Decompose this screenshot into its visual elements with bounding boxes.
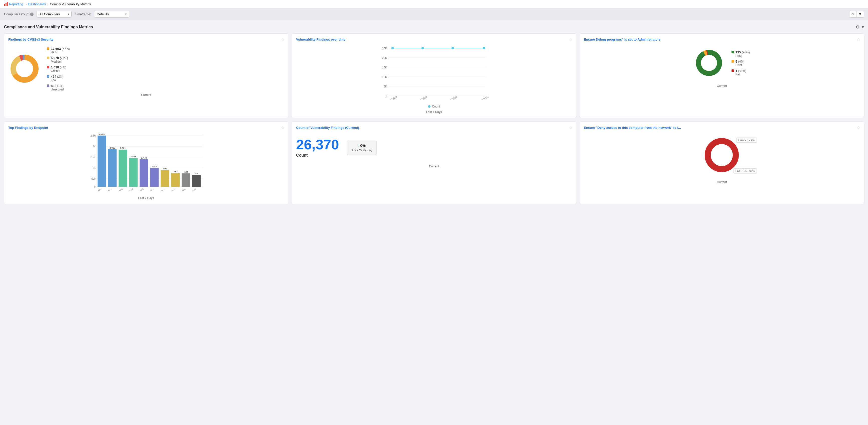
collapse-icon[interactable]: ▾ <box>862 24 864 30</box>
svg-text:0: 0 <box>386 94 387 97</box>
legend-item-high: 17,663 (67%) High <box>47 47 70 54</box>
computer-group-select-wrapper[interactable]: All Computers ▼ <box>37 11 72 18</box>
legend-dot-pass <box>732 51 734 53</box>
legend-dot-error <box>732 60 734 63</box>
main-content: Compliance and Vulnerability Findings Me… <box>0 20 868 208</box>
svg-text:724: 724 <box>184 171 188 173</box>
svg-rect-60 <box>192 175 201 187</box>
card2-title: Vulnerability Findings over time <box>296 38 572 41</box>
section-actions: ⚙ ▾ <box>856 24 864 30</box>
svg-text:5K: 5K <box>384 85 388 88</box>
section-title: Compliance and Vulnerability Findings Me… <box>4 25 93 29</box>
card5-title: Count of Vulnerability Findings (Current… <box>296 126 572 129</box>
nav-dashboards-link[interactable]: Dashboards <box>28 2 46 6</box>
legend-item-fail: 1 (<1%) Fail <box>732 69 750 76</box>
settings-icon[interactable]: ⚙ <box>856 24 860 30</box>
svg-rect-46 <box>119 150 127 187</box>
section-header: Compliance and Vulnerability Findings Me… <box>4 24 864 30</box>
filter-bar: Computer Group: i All Computers ▼ Timefr… <box>0 8 868 20</box>
legend-item-pass: 135 (96%) Pass <box>732 50 750 58</box>
card3-footer: Current <box>584 84 860 88</box>
svg-text:thrpa-...: thrpa-... <box>158 188 165 191</box>
logo: Reporting <box>4 2 23 6</box>
svg-point-19 <box>422 47 424 49</box>
svg-text:737: 737 <box>174 171 177 173</box>
card1-legend: 17,663 (67%) High 6,970 (27%) Medium <box>47 47 70 91</box>
svg-rect-54 <box>161 170 169 187</box>
card4-title: Top Findings by Endpoint <box>8 126 284 129</box>
svg-text:15K: 15K <box>382 66 387 69</box>
more-options-button[interactable]: ▼ <box>857 11 864 18</box>
svg-text:1,478: 1,478 <box>141 157 147 159</box>
card6-star[interactable]: ☆ <box>857 125 860 130</box>
card2-star[interactable]: ☆ <box>569 37 572 42</box>
logo-bar-3 <box>7 2 8 6</box>
svg-point-18 <box>392 47 394 49</box>
legend-item-unscored: 88 (<1%) Unscored <box>47 84 70 91</box>
legend-item-medium: 6,970 (27%) Medium <box>47 56 70 63</box>
card-debug-programs: Ensure Debug programs" is set to Adminis… <box>580 33 864 118</box>
svg-text:2,021: 2,021 <box>120 147 126 149</box>
nav-sep-2: › <box>47 2 48 6</box>
svg-text:900: 900 <box>163 168 167 170</box>
svg-text:saltob-10.zaman.com: saltob-10.zaman.com <box>85 188 102 191</box>
card5-star[interactable]: ☆ <box>569 125 572 130</box>
svg-text:1.5K: 1.5K <box>90 156 96 159</box>
card-cvss-severity: Findings by CVSSv3 Severity ☆ <box>4 33 288 118</box>
card4-chart: 2.5K 2K 1.5K 1K 500 0 2,766 <box>8 132 284 194</box>
nav-current-page: Comply Vulnerability Metrics <box>50 2 91 6</box>
timeframe-select-wrapper[interactable]: Defaults ▼ <box>94 11 129 18</box>
svg-rect-50 <box>140 159 148 187</box>
svg-text:2.5K: 2.5K <box>90 134 96 137</box>
card5-count: 26,370 <box>296 138 339 152</box>
legend-item-critical: 1,038 (4%) Critical <box>47 65 70 73</box>
svg-rect-42 <box>98 135 106 187</box>
legend-dot-unscored <box>47 85 49 87</box>
card5-count-label: Count <box>296 153 339 158</box>
refresh-button[interactable]: ⟳ <box>849 11 857 18</box>
card6-title: Ensure "Deny access to this computer fro… <box>584 126 860 129</box>
card1-footer: Current <box>8 93 284 97</box>
card3-star[interactable]: ☆ <box>857 37 860 42</box>
legend-dot-fail <box>732 69 734 72</box>
svg-rect-44 <box>108 149 117 187</box>
legend-dot-low <box>47 75 49 78</box>
svg-point-29 <box>701 55 717 71</box>
info-icon[interactable]: i <box>30 12 34 16</box>
card5-body: 26,370 Count ↑ 0% Since Yesterday <box>296 132 572 163</box>
svg-text:maclater: maclater <box>179 188 187 191</box>
svg-rect-48 <box>129 158 138 187</box>
legend-item-low: 424 (2%) Low <box>47 75 70 82</box>
logo-icon <box>4 2 8 6</box>
legend-dot-critical <box>47 66 49 68</box>
card-count-vuln: Count of Vulnerability Findings (Current… <box>292 122 576 204</box>
legend-dot-medium <box>47 57 49 59</box>
card5-badge: ↑ 0% Since Yesterday <box>347 141 377 155</box>
card1-star[interactable]: ☆ <box>281 37 284 42</box>
card4-footer: Last 7 Days <box>8 196 284 200</box>
card4-star[interactable]: ☆ <box>281 125 284 130</box>
card-vuln-over-time: Vulnerability Findings over time ☆ 25K 2… <box>292 33 576 118</box>
card-top-findings: Top Findings by Endpoint ☆ 2.5K 2K 1.5K … <box>4 122 288 204</box>
timeframe-select[interactable]: Defaults <box>94 11 129 18</box>
svg-text:20K: 20K <box>382 56 387 59</box>
logo-bar-2 <box>5 3 6 6</box>
svg-text:1,548: 1,548 <box>130 155 136 158</box>
svg-rect-56 <box>171 173 180 187</box>
svg-text:1,004: 1,004 <box>152 165 157 168</box>
computer-group-select[interactable]: All Computers <box>37 11 72 18</box>
nav-reporting-link[interactable]: Reporting <box>9 2 23 6</box>
svg-text:2,766: 2,766 <box>99 133 105 135</box>
svg-point-75 <box>711 144 733 166</box>
card2-legend: Count <box>296 105 572 108</box>
card1-title: Findings by CVSSv3 Severity <box>8 38 284 41</box>
card5-since: Since Yesterday <box>351 149 372 152</box>
card6-tooltip-fail: Fail - 136 - 96% <box>734 169 757 174</box>
dashboard-grid: Findings by CVSSv3 Severity ☆ <box>4 33 864 204</box>
top-nav: Reporting › Dashboards › Comply Vulnerab… <box>0 0 868 8</box>
card2-chart: 25K 20K 15K 10K 5K 0 <box>296 44 572 103</box>
card5-count-group: 26,370 Count <box>296 138 339 158</box>
svg-point-20 <box>452 47 454 49</box>
svg-text:2K: 2K <box>92 145 96 148</box>
svg-text:10K: 10K <box>382 75 387 79</box>
